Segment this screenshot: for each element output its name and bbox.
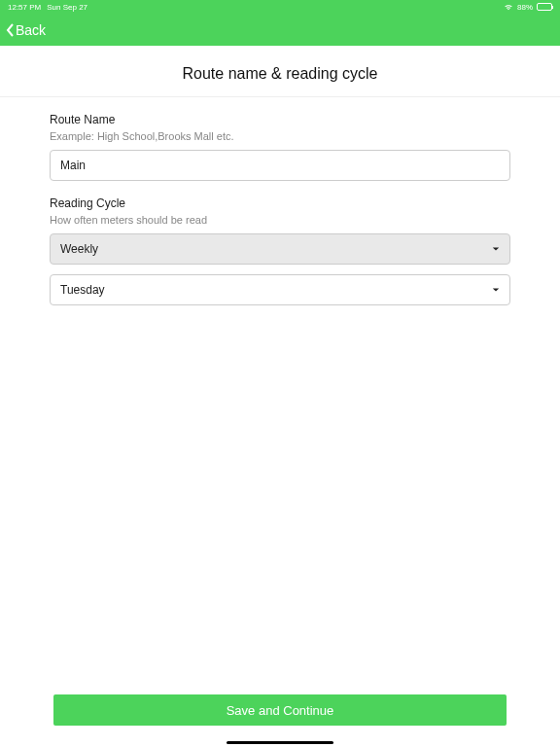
- reading-cycle-hint: How often meters should be read: [50, 214, 510, 226]
- page-title: Route name & reading cycle: [0, 65, 560, 83]
- route-name-label: Route Name: [50, 113, 510, 126]
- chevron-down-icon: [492, 286, 500, 294]
- wifi-icon: [504, 3, 513, 11]
- svg-marker-0: [493, 247, 499, 250]
- reading-cycle-label: Reading Cycle: [50, 196, 510, 210]
- battery-icon: [537, 3, 552, 11]
- save-continue-button[interactable]: Save and Continue: [53, 694, 507, 726]
- frequency-value: Weekly: [60, 242, 98, 256]
- frequency-select[interactable]: Weekly: [50, 233, 510, 265]
- chevron-left-icon: [6, 22, 16, 38]
- route-name-hint: Example: High School,Brooks Mall etc.: [50, 130, 510, 142]
- svg-marker-1: [493, 288, 499, 291]
- chevron-down-icon: [492, 245, 500, 253]
- back-label: Back: [16, 22, 46, 38]
- day-value: Tuesday: [60, 283, 105, 297]
- route-name-input[interactable]: [50, 150, 510, 181]
- status-time: 12:57 PM: [8, 3, 41, 12]
- status-date: Sun Sep 27: [47, 3, 88, 12]
- home-indicator: [227, 741, 333, 744]
- status-battery-pct: 88%: [517, 3, 533, 12]
- status-bar: 12:57 PM Sun Sep 27 88%: [0, 0, 560, 14]
- back-button[interactable]: Back: [6, 22, 46, 38]
- day-select[interactable]: Tuesday: [50, 274, 510, 305]
